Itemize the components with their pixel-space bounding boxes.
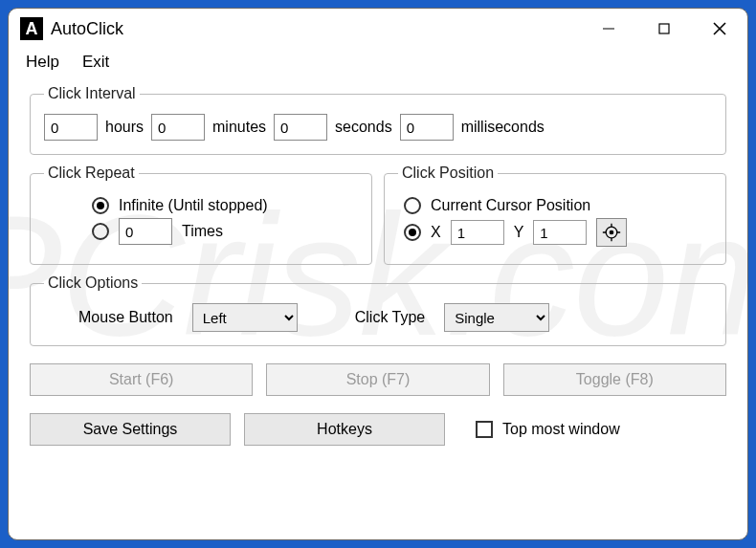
- seconds-label: seconds: [335, 119, 392, 136]
- minimize-button[interactable]: [581, 9, 636, 49]
- app-title: AutoClick: [51, 19, 123, 39]
- close-button[interactable]: [692, 9, 747, 49]
- seconds-input[interactable]: [274, 114, 327, 141]
- ms-label: milliseconds: [461, 119, 545, 136]
- interval-row: hours minutes seconds milliseconds: [44, 114, 712, 141]
- position-xy-radio[interactable]: [404, 224, 421, 241]
- click-repeat-legend: Click Repeat: [44, 164, 139, 182]
- position-current-row[interactable]: Current Cursor Position: [398, 197, 712, 214]
- content: Click Interval hours minutes seconds mil…: [9, 79, 747, 463]
- click-options-legend: Click Options: [44, 274, 142, 292]
- repeat-infinite-row[interactable]: Infinite (Until stopped): [92, 197, 358, 214]
- start-button[interactable]: Start (F6): [30, 363, 253, 396]
- click-position-group: Click Position Current Cursor Position X…: [384, 164, 726, 265]
- mouse-button-label: Mouse Button: [78, 309, 173, 326]
- repeat-infinite-radio[interactable]: [92, 197, 109, 214]
- repeat-times-radio[interactable]: [92, 223, 109, 240]
- maximize-icon: [657, 22, 671, 35]
- topmost-wrap[interactable]: Top most window: [476, 421, 620, 438]
- repeat-position-row: Click Repeat Infinite (Until stopped) Ti…: [30, 164, 726, 265]
- maximize-button[interactable]: [636, 9, 692, 49]
- close-icon: [712, 21, 727, 36]
- repeat-times-row[interactable]: Times: [92, 218, 358, 245]
- stop-button[interactable]: Stop (F7): [266, 363, 489, 396]
- click-position-legend: Click Position: [398, 164, 498, 182]
- position-xy-row[interactable]: X Y: [398, 218, 712, 247]
- toggle-button[interactable]: Toggle (F8): [503, 363, 726, 396]
- crosshair-icon: [602, 223, 621, 242]
- repeat-infinite-label: Infinite (Until stopped): [119, 197, 268, 214]
- bottom-row: Save Settings Hotkeys Top most window: [30, 413, 726, 446]
- topmost-checkbox[interactable]: [476, 421, 493, 438]
- hours-input[interactable]: [44, 114, 98, 141]
- pick-position-button[interactable]: [596, 218, 627, 247]
- app-window: PCrisk.com A AutoClick Help Exit Click I…: [8, 8, 748, 540]
- mouse-button-select[interactable]: Left: [192, 303, 298, 332]
- position-x-input[interactable]: [451, 220, 504, 245]
- hotkeys-button[interactable]: Hotkeys: [244, 413, 445, 446]
- save-settings-button[interactable]: Save Settings: [30, 413, 231, 446]
- hours-label: hours: [105, 119, 144, 136]
- svg-rect-1: [659, 24, 669, 33]
- click-repeat-group: Click Repeat Infinite (Until stopped) Ti…: [30, 164, 372, 265]
- topmost-label: Top most window: [502, 421, 620, 438]
- app-icon: A: [20, 17, 43, 40]
- ms-input[interactable]: [400, 114, 454, 141]
- position-current-label: Current Cursor Position: [431, 197, 590, 214]
- click-type-select[interactable]: Single: [444, 303, 549, 332]
- minutes-input[interactable]: [151, 114, 205, 141]
- click-type-label: Click Type: [355, 309, 426, 326]
- menubar: Help Exit: [9, 49, 747, 79]
- click-interval-legend: Click Interval: [44, 85, 140, 102]
- click-interval-group: Click Interval hours minutes seconds mil…: [30, 85, 726, 155]
- svg-point-5: [611, 230, 613, 233]
- menu-exit[interactable]: Exit: [82, 53, 109, 72]
- minutes-label: minutes: [212, 119, 266, 136]
- titlebar: A AutoClick: [9, 9, 747, 49]
- position-current-radio[interactable]: [404, 197, 421, 214]
- click-options-group: Click Options Mouse Button Left Click Ty…: [30, 274, 726, 346]
- action-buttons: Start (F6) Stop (F7) Toggle (F8): [30, 363, 726, 396]
- menu-help[interactable]: Help: [26, 53, 59, 72]
- position-x-label: X: [431, 224, 441, 241]
- window-controls: [581, 9, 747, 49]
- repeat-times-input[interactable]: [119, 218, 172, 245]
- repeat-times-label: Times: [182, 223, 223, 240]
- minimize-icon: [602, 22, 615, 35]
- position-y-label: Y: [514, 224, 524, 241]
- position-y-input[interactable]: [533, 220, 587, 245]
